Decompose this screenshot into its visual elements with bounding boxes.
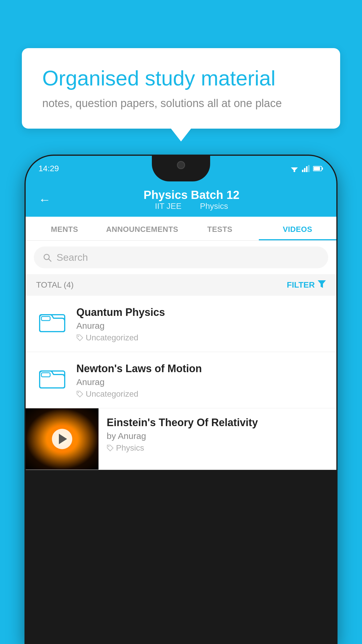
tab-tests[interactable]: TESTS	[181, 217, 259, 240]
play-button[interactable]	[52, 429, 72, 449]
filter-label: FILTER	[287, 280, 315, 290]
back-button[interactable]: ←	[38, 193, 51, 207]
status-bar: 14:29	[26, 156, 336, 181]
filter-bar: TOTAL (4) FILTER	[26, 274, 336, 296]
tag-label-1: Uncategorized	[86, 333, 138, 342]
tag-icon	[76, 334, 83, 341]
video-author-1: Anurag	[76, 321, 326, 331]
subtitle-part2: Physics	[200, 202, 228, 211]
battery-icon	[313, 166, 324, 172]
status-time: 14:29	[38, 164, 59, 173]
video-author-3: by Anurag	[107, 431, 328, 441]
tag-label-3: Physics	[116, 443, 144, 453]
phone-inner: 14:29	[26, 156, 336, 643]
speech-bubble: Organised study material notes, question…	[22, 48, 340, 129]
svg-line-11	[49, 259, 51, 261]
folder-thumb-1	[36, 305, 68, 337]
video-list: Quantum Physics Anurag Uncategorized	[26, 296, 336, 470]
svg-marker-12	[318, 280, 326, 288]
camera-notch	[177, 161, 185, 169]
video-title-2: Newton's Laws of Motion	[76, 363, 326, 375]
app-header: ← Physics Batch 12 IIT JEE Physics	[26, 181, 336, 217]
tab-ments[interactable]: MENTS	[26, 217, 103, 240]
bubble-title: Organised study material	[42, 66, 320, 91]
svg-rect-14	[41, 316, 50, 321]
video-author-2: Anurag	[76, 377, 326, 387]
tab-videos[interactable]: VIDEOS	[259, 217, 337, 240]
header-center: Physics Batch 12 IIT JEE Physics	[59, 188, 324, 211]
list-item[interactable]: Quantum Physics Anurag Uncategorized	[26, 296, 336, 352]
svg-point-18	[78, 392, 79, 393]
folder-icon	[39, 366, 65, 389]
folder-icon	[39, 309, 65, 333]
filter-icon	[318, 280, 326, 290]
subtitle-separator	[190, 202, 194, 211]
svg-rect-17	[41, 373, 50, 377]
video-tag-3: Physics	[107, 443, 328, 453]
tab-announcements[interactable]: ANNOUNCEMENTS	[103, 217, 181, 240]
svg-rect-6	[308, 165, 310, 172]
svg-rect-13	[40, 315, 65, 332]
tabs-bar: MENTS ANNOUNCEMENTS TESTS VIDEOS	[26, 217, 336, 241]
video-tag-2: Uncategorized	[76, 389, 326, 399]
video-info-1: Quantum Physics Anurag Uncategorized	[76, 305, 326, 342]
video-thumbnail-3	[26, 408, 99, 470]
folder-thumb-2	[36, 361, 68, 393]
svg-point-19	[108, 446, 109, 447]
signal-icon	[302, 165, 310, 172]
video-title-1: Quantum Physics	[76, 306, 326, 318]
header-title: Physics Batch 12	[59, 188, 324, 202]
svg-point-15	[78, 336, 79, 337]
svg-point-2	[294, 170, 295, 172]
svg-rect-16	[40, 371, 65, 388]
tag-icon	[76, 391, 83, 398]
svg-rect-3	[302, 170, 303, 172]
video-info-3: Einstein's Theory Of Relativity by Anura…	[99, 408, 336, 461]
header-subtitle: IIT JEE Physics	[59, 202, 324, 211]
svg-rect-8	[322, 167, 323, 170]
video-info-2: Newton's Laws of Motion Anurag Uncategor…	[76, 361, 326, 399]
bubble-subtitle: notes, question papers, solutions all at…	[42, 97, 320, 110]
svg-rect-5	[306, 166, 307, 172]
video-tag-1: Uncategorized	[76, 333, 326, 342]
tag-label-2: Uncategorized	[86, 389, 138, 399]
phone-frame: 14:29	[24, 155, 338, 644]
svg-rect-4	[304, 168, 305, 172]
status-icons	[290, 165, 324, 172]
search-icon	[43, 253, 52, 262]
play-icon	[59, 434, 67, 444]
list-item[interactable]: Einstein's Theory Of Relativity by Anura…	[26, 408, 336, 470]
subtitle-part1: IIT JEE	[155, 202, 181, 211]
filter-button[interactable]: FILTER	[287, 280, 326, 290]
list-item[interactable]: Newton's Laws of Motion Anurag Uncategor…	[26, 352, 336, 408]
svg-rect-9	[314, 167, 320, 170]
video-title-3: Einstein's Theory Of Relativity	[107, 416, 328, 429]
search-input[interactable]: Search	[57, 252, 88, 263]
total-count-label: TOTAL (4)	[36, 280, 74, 290]
search-bar[interactable]: Search	[34, 246, 328, 268]
search-container: Search	[26, 241, 336, 274]
wifi-icon	[290, 165, 299, 172]
tag-icon	[107, 444, 114, 452]
